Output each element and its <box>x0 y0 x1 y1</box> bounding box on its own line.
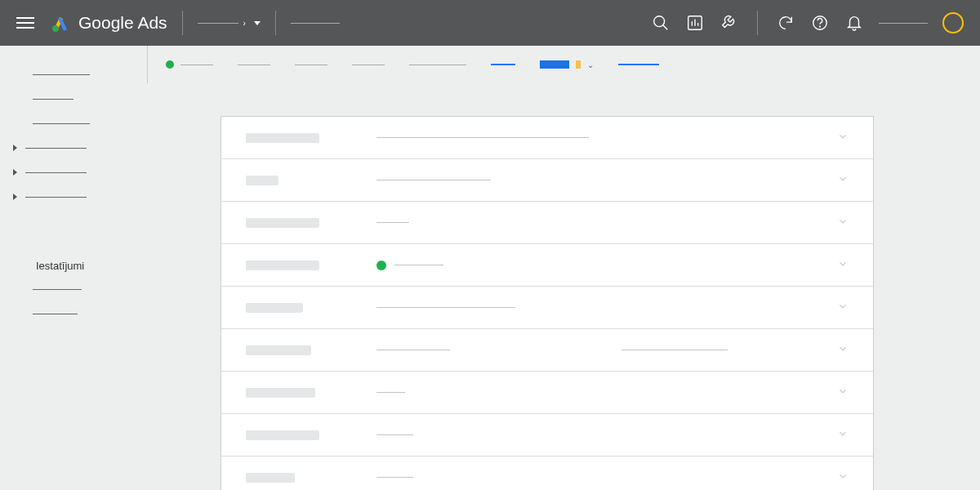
row-label <box>246 473 295 483</box>
settings-row[interactable] <box>221 117 873 159</box>
tab[interactable] <box>618 64 659 65</box>
settings-row[interactable] <box>221 329 873 372</box>
row-label <box>246 261 319 270</box>
sidebar-item-label <box>25 172 87 173</box>
row-value <box>376 180 837 180</box>
tab[interactable] <box>491 64 515 65</box>
row-label <box>246 133 319 143</box>
main-content: ⌄ <box>147 46 980 490</box>
account-switcher[interactable]: › <box>198 19 261 28</box>
svg-point-0 <box>52 25 59 32</box>
tab[interactable] <box>409 65 466 65</box>
chevron-down-icon <box>837 258 849 272</box>
sidebar-item[interactable] <box>16 111 147 136</box>
settings-row[interactable] <box>221 202 873 244</box>
divider <box>275 11 276 35</box>
svg-point-8 <box>820 26 821 27</box>
tab[interactable] <box>166 60 213 69</box>
avatar[interactable] <box>942 12 964 33</box>
sidebar-item-label <box>33 314 78 314</box>
chevron-down-icon <box>837 470 849 484</box>
row-value <box>376 434 837 435</box>
sidebar-item[interactable] <box>16 277 147 301</box>
sidebar-item-label <box>33 123 90 124</box>
product-name: Google Ads <box>78 13 167 33</box>
svg-point-1 <box>654 16 665 27</box>
chevron-down-icon <box>837 343 849 357</box>
chevron-right-icon <box>13 145 17 151</box>
tab[interactable] <box>352 65 385 65</box>
sidebar-settings-label[interactable]: Iestatījumi <box>16 250 147 277</box>
chevron-down-icon <box>837 428 849 442</box>
row-value <box>376 392 837 393</box>
row-value <box>376 307 837 308</box>
sidebar: Iestatījumi <box>0 46 147 490</box>
search-icon[interactable] <box>651 13 670 33</box>
sidebar-item[interactable] <box>16 62 147 87</box>
row-value <box>376 477 837 478</box>
settings-row[interactable] <box>221 287 873 329</box>
campaign-label[interactable] <box>291 23 340 24</box>
row-label <box>246 218 319 228</box>
row-label <box>246 176 278 185</box>
tabs-bar: ⌄ <box>147 46 980 83</box>
sidebar-item-label <box>33 289 82 290</box>
sidebar-item-label <box>25 197 87 198</box>
user-email[interactable] <box>879 23 928 24</box>
chevron-down-icon <box>837 216 849 229</box>
row-label <box>246 345 311 355</box>
sidebar-item[interactable] <box>16 301 147 326</box>
menu-icon[interactable] <box>16 17 34 29</box>
tab[interactable] <box>238 65 270 65</box>
settings-table <box>220 116 874 490</box>
sidebar-item[interactable] <box>16 136 147 160</box>
divider <box>757 11 758 35</box>
tools-icon[interactable] <box>719 13 739 33</box>
chevron-down-icon <box>837 173 849 187</box>
row-value <box>376 137 837 138</box>
google-ads-icon <box>51 13 70 33</box>
settings-row[interactable] <box>221 457 873 490</box>
chevron-down-icon <box>837 301 849 314</box>
divider <box>182 11 183 35</box>
notifications-icon[interactable] <box>844 13 864 33</box>
chevron-right-icon <box>13 169 17 176</box>
row-label <box>246 388 315 398</box>
sidebar-item[interactable] <box>16 87 147 111</box>
svg-line-2 <box>663 25 668 30</box>
settings-row[interactable] <box>221 159 873 202</box>
sidebar-item-label <box>33 99 74 100</box>
row-value <box>376 261 837 270</box>
reports-icon[interactable] <box>685 13 705 33</box>
status-dot-icon <box>166 60 174 69</box>
status-dot-icon <box>376 261 386 270</box>
sidebar-item[interactable] <box>16 160 147 185</box>
settings-row[interactable] <box>221 244 873 287</box>
chevron-down-icon: ⌄ <box>587 60 594 69</box>
row-label <box>246 430 319 440</box>
settings-row[interactable] <box>221 372 873 414</box>
chevron-down-icon <box>837 131 849 145</box>
app-header: Google Ads › <box>0 0 980 46</box>
refresh-icon[interactable] <box>776 13 795 33</box>
sidebar-item-label <box>33 74 90 75</box>
row-value <box>376 350 837 350</box>
row-label <box>246 303 303 313</box>
sidebar-item[interactable] <box>16 185 147 209</box>
product-logo[interactable]: Google Ads <box>51 13 167 33</box>
tab[interactable]: ⌄ <box>540 60 594 69</box>
chevron-right-icon <box>13 194 17 200</box>
tab[interactable] <box>295 65 327 65</box>
help-icon[interactable] <box>810 13 830 33</box>
sidebar-item-label <box>25 148 87 149</box>
row-value <box>376 222 837 223</box>
settings-row[interactable] <box>221 414 873 457</box>
chevron-down-icon <box>837 385 849 399</box>
